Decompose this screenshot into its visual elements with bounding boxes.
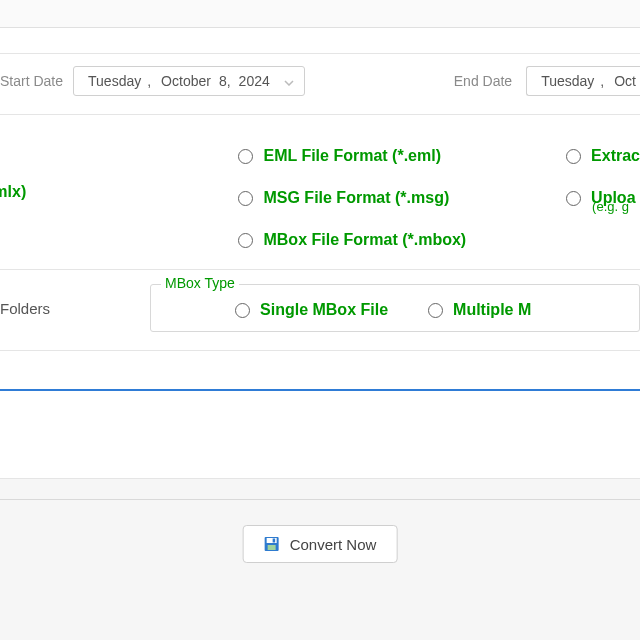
option-eml[interactable]: EML File Format (*.eml) — [238, 147, 546, 165]
start-date-label: Start Date — [0, 73, 63, 89]
single-mbox-label: Single MBox File — [260, 301, 388, 319]
convert-now-button[interactable]: Convert Now — [243, 525, 398, 563]
option-extract[interactable]: Extrac — [566, 147, 640, 165]
chevron-down-icon — [284, 73, 294, 89]
end-weekday: Tuesday — [541, 73, 594, 89]
date-filter-row: Start Date Tuesday , October 8, 2024 End… — [0, 54, 640, 115]
top-spacer — [0, 28, 640, 54]
svg-rect-2 — [268, 545, 276, 550]
mbox-legend: MBox Type — [161, 275, 239, 291]
blank-panel — [0, 391, 640, 479]
convert-now-label: Convert Now — [290, 536, 377, 553]
end-month: Oct — [614, 73, 636, 89]
radio-icon — [428, 303, 443, 318]
end-date-label: End Date — [454, 73, 512, 89]
separator-highlight — [0, 351, 640, 391]
radio-icon — [238, 149, 253, 164]
start-weekday: Tuesday — [88, 73, 141, 89]
end-date-picker[interactable]: Tuesday , Oct — [526, 66, 640, 96]
option-single-mbox[interactable]: Single MBox File — [235, 301, 388, 319]
divider — [0, 499, 640, 500]
upload-hint: (e.g. g — [592, 199, 640, 214]
window-titlebar — [0, 0, 640, 28]
mbox-label: MBox File Format (*.mbox) — [263, 231, 466, 249]
radio-icon — [238, 233, 253, 248]
radio-icon — [235, 303, 250, 318]
extract-label: Extrac — [591, 147, 640, 165]
option-msg[interactable]: MSG File Format (*.msg) — [238, 189, 546, 207]
folders-label: Folders — [0, 300, 50, 317]
msg-label: MSG File Format (*.msg) — [263, 189, 449, 207]
emlx-label: nat (*.emlx) — [0, 183, 26, 201]
eml-label: EML File Format (*.eml) — [263, 147, 441, 165]
mbox-type-fieldset: MBox Type Single MBox File Multiple M — [150, 284, 640, 332]
option-mbox[interactable]: MBox File Format (*.mbox) — [238, 231, 546, 249]
mbox-row: Folders MBox Type Single MBox File Multi… — [0, 270, 640, 351]
multiple-mbox-label: Multiple M — [453, 301, 531, 319]
start-year: 2024 — [239, 73, 270, 89]
start-day: 8, — [219, 73, 231, 89]
svg-rect-3 — [273, 539, 276, 543]
start-month: October — [161, 73, 211, 89]
radio-icon — [238, 191, 253, 206]
radio-icon — [566, 149, 581, 164]
save-disk-icon — [264, 536, 280, 552]
option-emlx[interactable]: nat (*.emlx) — [0, 183, 98, 201]
option-multiple-mbox[interactable]: Multiple M — [428, 301, 531, 319]
radio-icon — [566, 191, 581, 206]
bottom-area: Convert Now — [0, 479, 640, 640]
start-date-picker[interactable]: Tuesday , October 8, 2024 — [73, 66, 305, 96]
formats-row: nat (*.emlx) EML File Format (*.eml) MSG… — [0, 115, 640, 270]
